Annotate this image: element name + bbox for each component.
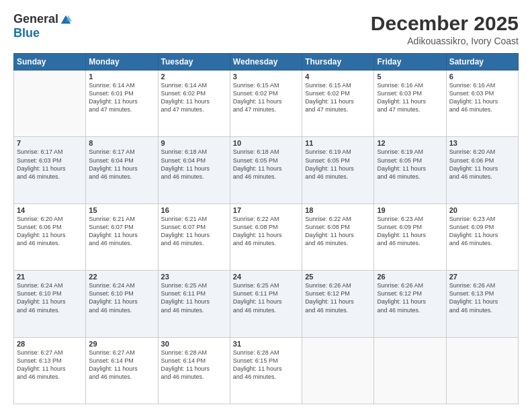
day-info: Sunrise: 6:19 AM Sunset: 6:05 PM Dayligh… — [305, 148, 371, 181]
day-info: Sunrise: 6:20 AM Sunset: 6:06 PM Dayligh… — [17, 215, 83, 248]
calendar-cell: 2Sunrise: 6:14 AM Sunset: 6:02 PM Daylig… — [158, 71, 230, 137]
calendar-cell: 16Sunrise: 6:21 AM Sunset: 6:07 PM Dayli… — [158, 203, 230, 270]
calendar-cell: 1Sunrise: 6:14 AM Sunset: 6:01 PM Daylig… — [86, 71, 158, 137]
calendar-cell: 14Sunrise: 6:20 AM Sunset: 6:06 PM Dayli… — [14, 203, 86, 270]
day-info: Sunrise: 6:17 AM Sunset: 6:04 PM Dayligh… — [89, 148, 154, 181]
logo-blue-text: Blue — [13, 26, 40, 40]
header: General Blue December 2025 Adikouassikro… — [13, 12, 519, 46]
day-info: Sunrise: 6:14 AM Sunset: 6:02 PM Dayligh… — [161, 81, 227, 114]
day-number: 18 — [305, 206, 371, 214]
day-info: Sunrise: 6:26 AM Sunset: 6:12 PM Dayligh… — [305, 281, 371, 314]
day-info: Sunrise: 6:25 AM Sunset: 6:11 PM Dayligh… — [233, 281, 299, 314]
day-number: 11 — [305, 139, 371, 147]
calendar-cell: 19Sunrise: 6:23 AM Sunset: 6:09 PM Dayli… — [374, 203, 446, 270]
day-number: 13 — [449, 139, 515, 147]
day-info: Sunrise: 6:16 AM Sunset: 6:03 PM Dayligh… — [377, 81, 443, 114]
calendar-cell: 9Sunrise: 6:18 AM Sunset: 6:04 PM Daylig… — [158, 137, 230, 203]
day-number: 8 — [89, 139, 154, 147]
calendar-week-row: 14Sunrise: 6:20 AM Sunset: 6:06 PM Dayli… — [14, 203, 519, 270]
day-info: Sunrise: 6:26 AM Sunset: 6:12 PM Dayligh… — [377, 281, 443, 314]
calendar-cell: 22Sunrise: 6:24 AM Sunset: 6:10 PM Dayli… — [86, 271, 158, 337]
calendar-cell: 7Sunrise: 6:17 AM Sunset: 6:03 PM Daylig… — [14, 137, 86, 203]
day-info: Sunrise: 6:21 AM Sunset: 6:07 PM Dayligh… — [161, 215, 227, 248]
calendar-week-row: 21Sunrise: 6:24 AM Sunset: 6:10 PM Dayli… — [14, 271, 519, 337]
calendar-cell: 27Sunrise: 6:26 AM Sunset: 6:13 PM Dayli… — [446, 271, 518, 337]
day-info: Sunrise: 6:15 AM Sunset: 6:02 PM Dayligh… — [233, 81, 299, 114]
calendar-cell: 25Sunrise: 6:26 AM Sunset: 6:12 PM Dayli… — [302, 271, 374, 337]
day-number: 22 — [89, 273, 154, 281]
location: Adikouassikro, Ivory Coast — [371, 36, 519, 46]
day-info: Sunrise: 6:26 AM Sunset: 6:13 PM Dayligh… — [449, 281, 515, 314]
calendar-week-row: 28Sunrise: 6:27 AM Sunset: 6:13 PM Dayli… — [14, 337, 519, 404]
calendar-cell: 20Sunrise: 6:23 AM Sunset: 6:09 PM Dayli… — [446, 203, 518, 270]
day-number: 5 — [377, 73, 443, 81]
calendar-cell: 31Sunrise: 6:28 AM Sunset: 6:15 PM Dayli… — [230, 337, 302, 404]
day-info: Sunrise: 6:18 AM Sunset: 6:04 PM Dayligh… — [161, 148, 227, 181]
calendar-cell — [14, 71, 86, 137]
day-info: Sunrise: 6:25 AM Sunset: 6:11 PM Dayligh… — [161, 281, 227, 314]
weekday-header: Thursday — [302, 54, 374, 71]
weekday-header: Tuesday — [158, 54, 230, 71]
calendar-cell: 26Sunrise: 6:26 AM Sunset: 6:12 PM Dayli… — [374, 271, 446, 337]
logo-general-text: General — [13, 12, 58, 26]
logo-icon — [60, 13, 72, 26]
day-number: 27 — [449, 273, 515, 281]
calendar-cell: 10Sunrise: 6:18 AM Sunset: 6:05 PM Dayli… — [230, 137, 302, 203]
day-info: Sunrise: 6:27 AM Sunset: 6:13 PM Dayligh… — [17, 349, 83, 381]
day-number: 20 — [449, 206, 515, 214]
calendar-cell: 15Sunrise: 6:21 AM Sunset: 6:07 PM Dayli… — [86, 203, 158, 270]
calendar-cell: 3Sunrise: 6:15 AM Sunset: 6:02 PM Daylig… — [230, 71, 302, 137]
calendar-cell — [374, 337, 446, 404]
day-info: Sunrise: 6:24 AM Sunset: 6:10 PM Dayligh… — [89, 281, 154, 314]
weekday-header: Monday — [86, 54, 158, 71]
day-number: 21 — [17, 273, 83, 281]
day-number: 15 — [89, 206, 154, 214]
day-number: 25 — [305, 273, 371, 281]
calendar-cell: 28Sunrise: 6:27 AM Sunset: 6:13 PM Dayli… — [14, 337, 86, 404]
day-number: 4 — [305, 73, 371, 81]
day-info: Sunrise: 6:22 AM Sunset: 6:08 PM Dayligh… — [233, 215, 299, 248]
day-number: 1 — [89, 73, 154, 81]
calendar-cell: 17Sunrise: 6:22 AM Sunset: 6:08 PM Dayli… — [230, 203, 302, 270]
calendar-cell: 24Sunrise: 6:25 AM Sunset: 6:11 PM Dayli… — [230, 271, 302, 337]
calendar-cell: 30Sunrise: 6:28 AM Sunset: 6:14 PM Dayli… — [158, 337, 230, 404]
calendar-cell: 12Sunrise: 6:19 AM Sunset: 6:05 PM Dayli… — [374, 137, 446, 203]
day-number: 12 — [377, 139, 443, 147]
day-number: 23 — [161, 273, 227, 281]
page: General Blue December 2025 Adikouassikro… — [0, 0, 532, 411]
calendar-cell: 8Sunrise: 6:17 AM Sunset: 6:04 PM Daylig… — [86, 137, 158, 203]
calendar-table: SundayMondayTuesdayWednesdayThursdayFrid… — [13, 53, 519, 404]
calendar-cell — [446, 337, 518, 404]
weekday-header: Wednesday — [230, 54, 302, 71]
day-info: Sunrise: 6:15 AM Sunset: 6:02 PM Dayligh… — [305, 81, 371, 114]
day-info: Sunrise: 6:23 AM Sunset: 6:09 PM Dayligh… — [449, 215, 515, 248]
calendar-cell: 4Sunrise: 6:15 AM Sunset: 6:02 PM Daylig… — [302, 71, 374, 137]
day-info: Sunrise: 6:22 AM Sunset: 6:08 PM Dayligh… — [305, 215, 371, 248]
day-number: 28 — [17, 340, 83, 348]
day-info: Sunrise: 6:20 AM Sunset: 6:06 PM Dayligh… — [449, 148, 515, 181]
day-number: 31 — [233, 340, 299, 348]
calendar-week-row: 1Sunrise: 6:14 AM Sunset: 6:01 PM Daylig… — [14, 71, 519, 137]
day-number: 14 — [17, 206, 83, 214]
header-right: December 2025 Adikouassikro, Ivory Coast — [371, 12, 519, 46]
calendar-cell: 29Sunrise: 6:27 AM Sunset: 6:14 PM Dayli… — [86, 337, 158, 404]
calendar-week-row: 7Sunrise: 6:17 AM Sunset: 6:03 PM Daylig… — [14, 137, 519, 203]
calendar-cell: 21Sunrise: 6:24 AM Sunset: 6:10 PM Dayli… — [14, 271, 86, 337]
calendar-cell: 23Sunrise: 6:25 AM Sunset: 6:11 PM Dayli… — [158, 271, 230, 337]
calendar-cell: 11Sunrise: 6:19 AM Sunset: 6:05 PM Dayli… — [302, 137, 374, 203]
day-info: Sunrise: 6:28 AM Sunset: 6:14 PM Dayligh… — [161, 349, 227, 381]
day-info: Sunrise: 6:28 AM Sunset: 6:15 PM Dayligh… — [233, 349, 299, 381]
day-info: Sunrise: 6:24 AM Sunset: 6:10 PM Dayligh… — [17, 281, 83, 314]
day-info: Sunrise: 6:18 AM Sunset: 6:05 PM Dayligh… — [233, 148, 299, 181]
weekday-header: Friday — [374, 54, 446, 71]
day-info: Sunrise: 6:23 AM Sunset: 6:09 PM Dayligh… — [377, 215, 443, 248]
day-number: 7 — [17, 139, 83, 147]
day-number: 29 — [89, 340, 154, 348]
day-info: Sunrise: 6:19 AM Sunset: 6:05 PM Dayligh… — [377, 148, 443, 181]
day-number: 19 — [377, 206, 443, 214]
calendar-cell: 6Sunrise: 6:16 AM Sunset: 6:03 PM Daylig… — [446, 71, 518, 137]
day-number: 26 — [377, 273, 443, 281]
day-number: 9 — [161, 139, 227, 147]
calendar-header-row: SundayMondayTuesdayWednesdayThursdayFrid… — [14, 54, 519, 71]
day-info: Sunrise: 6:14 AM Sunset: 6:01 PM Dayligh… — [89, 81, 154, 114]
